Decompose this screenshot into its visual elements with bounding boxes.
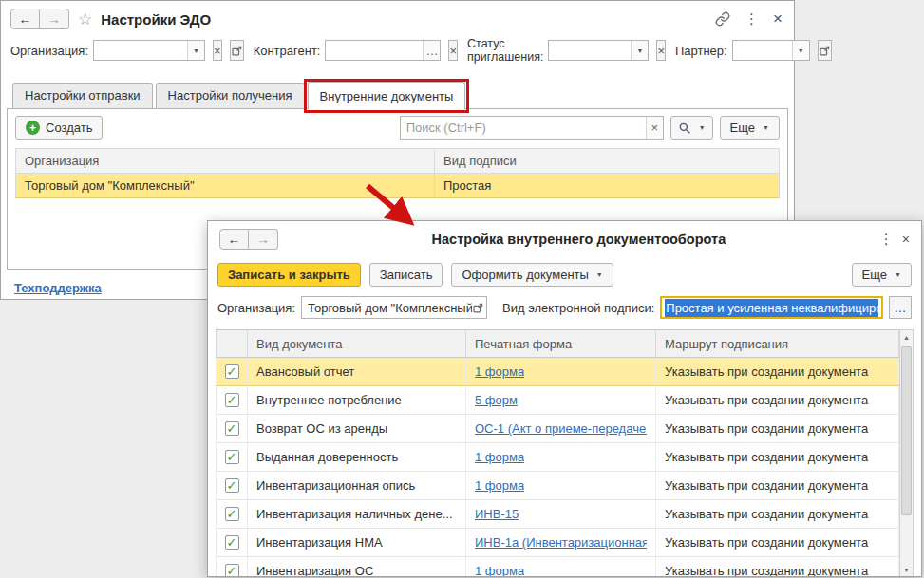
issue-documents-button[interactable]: Оформить документы ▼ bbox=[451, 263, 613, 287]
counterparty-choose-button[interactable]: … bbox=[423, 41, 440, 60]
print-form-link[interactable]: 5 форм bbox=[475, 393, 518, 407]
cell-signing-route[interactable]: Указывать при создании документа bbox=[656, 557, 899, 577]
cell-signing-route[interactable]: Указывать при создании документа bbox=[656, 529, 899, 556]
back-button[interactable]: ← bbox=[10, 9, 40, 29]
counterparty-filter-input[interactable] bbox=[326, 41, 423, 60]
row-checkbox[interactable]: ✓ bbox=[225, 450, 239, 464]
dialog-close-icon[interactable]: × bbox=[902, 232, 910, 247]
cell-signing-route[interactable]: Указывать при создании документа bbox=[656, 443, 899, 471]
cell-signature[interactable]: Простая bbox=[435, 174, 780, 198]
invitation-status-dropdown-button[interactable]: ▼ bbox=[631, 41, 648, 60]
cell-signing-route[interactable]: Указывать при создании документа bbox=[656, 386, 899, 414]
dialog-more-menu-icon[interactable]: ⋮ bbox=[879, 231, 894, 248]
table-row[interactable]: ✓ Внутреннее потребление 5 форм Указыват… bbox=[216, 386, 899, 415]
print-form-link[interactable]: 1 форма bbox=[475, 478, 524, 493]
print-form-link[interactable]: ИНВ-15 bbox=[475, 507, 519, 521]
cell-doc-type[interactable]: Возврат ОС из аренды bbox=[248, 415, 466, 442]
column-header-organization[interactable]: Организация bbox=[15, 148, 435, 174]
column-header-print-form[interactable]: Печатная форма bbox=[466, 330, 656, 357]
cell-doc-type[interactable]: Инвентаризация ОС bbox=[248, 557, 466, 577]
row-checkbox[interactable]: ✓ bbox=[225, 535, 239, 550]
invitation-status-combo[interactable]: ▼ bbox=[548, 40, 649, 61]
dialog-more-button[interactable]: Еще ▼ bbox=[852, 263, 912, 287]
column-header-signature[interactable]: Вид подписи bbox=[435, 148, 780, 174]
signature-type-input[interactable]: Простая и усиленная неквалифициро bbox=[660, 296, 883, 319]
forward-button[interactable]: → bbox=[40, 9, 69, 29]
create-button[interactable]: + Создать bbox=[15, 116, 103, 140]
save-and-close-button[interactable]: Записать и закрыть bbox=[217, 263, 361, 287]
invitation-status-clear-button[interactable]: × bbox=[656, 40, 666, 61]
organization-clear-button[interactable]: × bbox=[213, 40, 222, 61]
scroll-down-icon[interactable]: ▼ bbox=[900, 563, 913, 577]
cell-signing-route[interactable]: Указывать при создании документа bbox=[656, 358, 899, 385]
dialog-organization-field[interactable]: Торговый дом "Комплексный" bbox=[301, 296, 487, 319]
dialog-back-button[interactable]: ← bbox=[219, 229, 249, 250]
internal-docflow-dialog: ← → Настройка внутреннего документооборо… bbox=[207, 220, 922, 577]
tech-support-link[interactable]: Техподдержка bbox=[14, 281, 102, 295]
tab-internal-documents[interactable]: Внутренние документы bbox=[308, 82, 466, 109]
cell-doc-type[interactable]: Инвентаризация наличных дене... bbox=[248, 500, 466, 528]
scrollbar-track[interactable] bbox=[900, 345, 913, 563]
organization-filter-input[interactable] bbox=[94, 41, 187, 60]
save-button[interactable]: Записать bbox=[369, 263, 443, 287]
print-form-link[interactable]: 1 форма bbox=[475, 564, 524, 577]
filter-row: Организация: ▼ × Контрагент: … × Статус … bbox=[1, 35, 794, 72]
print-form-link[interactable]: ИНВ-1а (Инвентаризационная... bbox=[475, 535, 647, 550]
row-checkbox[interactable]: ✓ bbox=[225, 364, 239, 379]
search-input[interactable] bbox=[401, 117, 646, 139]
tab-send-settings[interactable]: Настройки отправки bbox=[12, 83, 153, 108]
close-icon[interactable]: × bbox=[773, 9, 783, 28]
scroll-up-icon[interactable]: ▲ bbox=[900, 330, 913, 345]
cell-doc-type[interactable]: Инвентаризационная опись bbox=[248, 472, 466, 499]
table-row[interactable]: ✓ Инвентаризационная опись 1 форма Указы… bbox=[216, 472, 899, 500]
invitation-status-input[interactable] bbox=[549, 41, 631, 60]
more-menu-icon[interactable]: ⋮ bbox=[745, 10, 759, 28]
get-link-icon[interactable] bbox=[715, 11, 730, 27]
organization-open-picker-button[interactable] bbox=[230, 40, 244, 61]
scrollbar-thumb[interactable] bbox=[901, 346, 912, 515]
tab-receive-settings[interactable]: Настройки получения bbox=[156, 83, 305, 108]
cell-organization[interactable]: Торговый дом "Комплексный" bbox=[15, 174, 435, 198]
partner-open-picker-button[interactable] bbox=[818, 40, 832, 61]
cell-doc-type[interactable]: Выданная доверенность bbox=[248, 443, 466, 471]
cell-signing-route[interactable]: Указывать при создании документа bbox=[656, 472, 899, 499]
search-options-button[interactable]: ▼ bbox=[670, 116, 713, 140]
table-row[interactable]: ✓ Возврат ОС из аренды ОС-1 (Акт о прием… bbox=[216, 415, 899, 443]
partner-combo[interactable]: ▼ bbox=[732, 40, 810, 61]
table-row[interactable]: Торговый дом "Комплексный" Простая bbox=[15, 174, 780, 198]
open-picker-icon[interactable] bbox=[472, 302, 484, 314]
search-clear-button[interactable]: × bbox=[646, 117, 663, 139]
partner-dropdown-button[interactable]: ▼ bbox=[792, 41, 809, 60]
vertical-scrollbar[interactable]: ▲ ▼ bbox=[899, 329, 914, 577]
cell-signing-route[interactable]: Указывать при создании документа bbox=[656, 415, 899, 442]
print-form-link[interactable]: ОС-1 (Акт о приеме-передаче... bbox=[475, 421, 647, 436]
row-checkbox[interactable]: ✓ bbox=[225, 507, 239, 521]
table-row[interactable]: ✓ Инвентаризация наличных дене... ИНВ-15… bbox=[216, 500, 899, 529]
row-checkbox[interactable]: ✓ bbox=[225, 478, 239, 493]
dialog-forward-button[interactable]: → bbox=[249, 229, 278, 250]
cell-doc-type[interactable]: Внутреннее потребление bbox=[248, 386, 466, 414]
signature-choose-button[interactable]: … bbox=[889, 296, 912, 319]
table-row[interactable]: ✓ Инвентаризация НМА ИНВ-1а (Инвентариза… bbox=[216, 529, 899, 557]
organization-filter-combo[interactable]: ▼ bbox=[93, 40, 205, 61]
row-checkbox[interactable]: ✓ bbox=[225, 564, 239, 577]
cell-doc-type[interactable]: Инвентаризация НМА bbox=[248, 529, 466, 556]
favorite-star-icon[interactable]: ☆ bbox=[78, 9, 92, 29]
print-form-link[interactable]: 1 форма bbox=[475, 450, 524, 464]
table-row[interactable]: ✓ Выданная доверенность 1 форма Указыват… bbox=[216, 443, 899, 472]
table-row[interactable]: ✓ Инвентаризация ОС 1 форма Указывать пр… bbox=[216, 557, 899, 577]
column-header-signing-route[interactable]: Маршрут подписания bbox=[656, 330, 899, 357]
column-header-doc-type[interactable]: Вид документа bbox=[248, 330, 466, 357]
print-form-link[interactable]: 1 форма bbox=[475, 364, 524, 379]
counterparty-clear-button[interactable]: × bbox=[448, 40, 458, 61]
more-button[interactable]: Еще ▼ bbox=[720, 116, 780, 140]
row-checkbox[interactable]: ✓ bbox=[225, 421, 239, 436]
table-row[interactable]: ✓ Авансовый отчет 1 форма Указывать при … bbox=[216, 358, 899, 386]
organization-dropdown-button[interactable]: ▼ bbox=[187, 41, 204, 60]
row-checkbox[interactable]: ✓ bbox=[225, 393, 239, 407]
cell-signing-route[interactable]: Указывать при создании документа bbox=[656, 500, 899, 528]
cell-doc-type[interactable]: Авансовый отчет bbox=[248, 358, 466, 385]
partner-input[interactable] bbox=[733, 41, 792, 60]
counterparty-filter-field[interactable]: … bbox=[325, 40, 441, 61]
search-field[interactable]: × bbox=[400, 116, 664, 140]
